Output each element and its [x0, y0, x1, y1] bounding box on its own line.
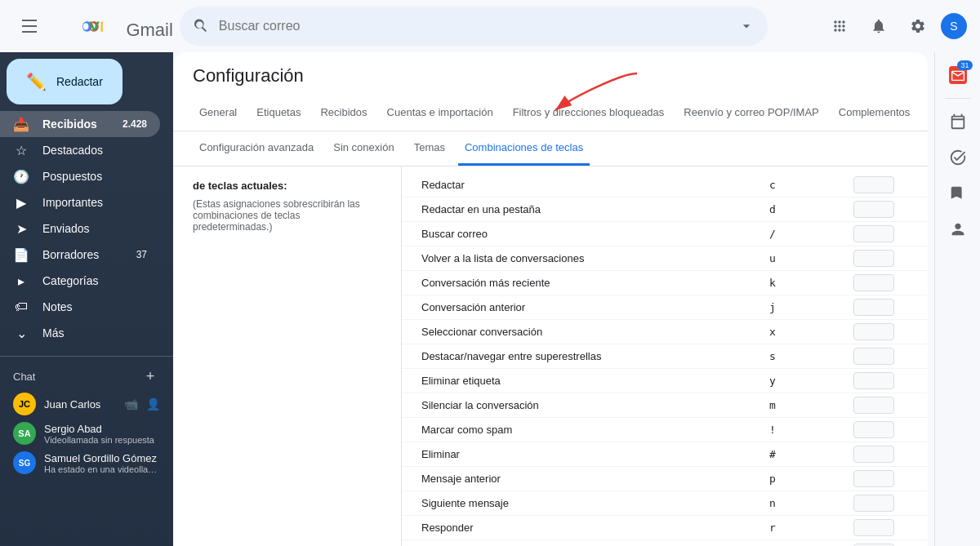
- settings-button[interactable]: [902, 10, 934, 42]
- shortcut-key: n: [760, 491, 844, 516]
- sidebar-item-categorias[interactable]: ▸ Categorías: [0, 268, 160, 294]
- tab-avanzada[interactable]: Configuración avanzada: [193, 131, 320, 166]
- sidebar-item-count: 2.428: [122, 118, 147, 130]
- shortcut-custom-input[interactable]: [844, 320, 928, 344]
- shortcut-custom-input[interactable]: [844, 344, 928, 369]
- shortcut-custom-input[interactable]: [844, 491, 928, 516]
- shortcut-custom-input[interactable]: [844, 173, 928, 198]
- shortcut-custom-field[interactable]: [853, 348, 894, 365]
- shortcut-row: Marcar como spam !: [402, 418, 928, 442]
- search-options-icon[interactable]: [738, 18, 755, 34]
- shortcut-custom-field[interactable]: [853, 274, 894, 291]
- shortcut-custom-field[interactable]: [853, 372, 894, 389]
- video-call-button[interactable]: 📹: [124, 397, 138, 411]
- shortcut-custom-field[interactable]: [853, 470, 894, 487]
- chat-user-samuel[interactable]: SG Samuel Gordillo Gómez Ha estado en un…: [0, 448, 173, 477]
- shortcut-key: #: [760, 442, 844, 467]
- shortcut-custom-input[interactable]: [844, 198, 928, 222]
- label-icon: 🏷: [13, 300, 29, 314]
- shortcut-custom-input[interactable]: [844, 295, 928, 320]
- shortcut-action: Eliminar etiqueta: [402, 369, 760, 393]
- add-person-button[interactable]: 👤: [146, 397, 160, 411]
- shortcut-custom-input[interactable]: [844, 222, 928, 246]
- shortcut-custom-field[interactable]: [853, 225, 894, 242]
- shortcut-custom-field[interactable]: [853, 495, 894, 512]
- add-chat-button[interactable]: +: [140, 366, 160, 386]
- settings-body: de teclas actuales: (Estas asignaciones …: [173, 166, 928, 546]
- sidebar-item-label: Notes: [42, 300, 147, 313]
- notifications-button[interactable]: [862, 10, 895, 42]
- chat-section: Chat + JC Juan Carlos 📹 👤 SA Sergio A: [0, 356, 173, 477]
- search-bar[interactable]: [180, 7, 768, 46]
- shortcut-action: Marcar como spam: [402, 418, 760, 442]
- tab-sin-conexion[interactable]: Sin conexión: [327, 131, 400, 166]
- sidebar-item-borradores[interactable]: 📄 Borradores 37: [0, 242, 160, 268]
- email-badge: 31: [957, 60, 972, 70]
- chat-avatar: JC: [13, 393, 36, 415]
- sidebar-item-notes[interactable]: 🏷 Notes: [0, 294, 160, 320]
- shortcut-custom-input[interactable]: [844, 540, 928, 547]
- chat-user-sergio-abad[interactable]: SA Sergio Abad Videollamada sin respuest…: [0, 419, 173, 448]
- right-panel-keep-icon[interactable]: [942, 177, 974, 210]
- sidebar-item-importantes[interactable]: ▶ Importantes: [0, 189, 160, 215]
- shortcut-custom-field[interactable]: [853, 250, 894, 267]
- chat-avatar: SG: [13, 451, 36, 474]
- sidebar-item-destacados[interactable]: ☆ Destacados: [0, 137, 160, 163]
- tab-recibidos[interactable]: Recibidos: [314, 96, 373, 131]
- shortcut-custom-field[interactable]: [853, 201, 894, 218]
- hamburger-menu-icon[interactable]: [13, 10, 46, 42]
- send-icon: ➤: [13, 221, 29, 237]
- shortcut-custom-field[interactable]: [853, 519, 894, 536]
- tab-chat[interactable]: Chat: [923, 96, 928, 131]
- tab-etiquetas[interactable]: Etiquetas: [250, 96, 307, 131]
- shortcut-custom-input[interactable]: [844, 467, 928, 491]
- settings-title-text: Configuración: [193, 65, 304, 87]
- sidebar-item-count: 37: [136, 249, 147, 260]
- shortcut-key: u: [760, 246, 844, 271]
- shortcut-action: Responder en una ventana nueva: [402, 540, 760, 547]
- tab-complementos[interactable]: Complementos: [832, 96, 916, 131]
- right-panel-calendar-icon[interactable]: [942, 105, 974, 138]
- compose-button[interactable]: ✏️ Redactar: [7, 59, 122, 104]
- shortcut-custom-input[interactable]: [844, 442, 928, 467]
- tab-filtros[interactable]: Filtros y direcciones bloqueadas: [506, 96, 671, 131]
- shortcut-custom-input[interactable]: [844, 516, 928, 540]
- right-panel-gmail-icon[interactable]: 31: [942, 59, 974, 91]
- shortcut-custom-input[interactable]: [844, 369, 928, 393]
- tab-temas[interactable]: Temas: [408, 131, 452, 166]
- chat-user-name: Sergio Abad: [44, 423, 160, 435]
- shortcut-custom-field[interactable]: [853, 421, 894, 438]
- search-input[interactable]: [219, 19, 728, 33]
- sidebar-item-pospuestos[interactable]: 🕐 Pospuestos: [0, 163, 160, 189]
- tab-reenvio[interactable]: Reenvío y correo POP/IMAP: [677, 96, 825, 131]
- shortcut-action: Redactar: [402, 173, 760, 198]
- right-panel-tasks-icon[interactable]: [942, 141, 974, 174]
- shortcut-action: Volver a la lista de conversaciones: [402, 246, 760, 271]
- avatar[interactable]: S: [941, 13, 967, 39]
- shortcut-action: Conversación más reciente: [402, 271, 760, 295]
- shortcut-custom-input[interactable]: [844, 271, 928, 295]
- expand-icon: ▸: [13, 273, 29, 289]
- sidebar-item-enviados[interactable]: ➤ Enviados: [0, 215, 160, 242]
- chat-avatar: SA: [13, 422, 36, 445]
- shortcut-action: Eliminar: [402, 442, 760, 467]
- chat-user-juan-carlos[interactable]: JC Juan Carlos 📹 👤: [0, 389, 173, 419]
- sidebar-item-mas[interactable]: ⌄ Más: [0, 320, 160, 346]
- shortcut-custom-field[interactable]: [853, 446, 894, 463]
- shortcut-custom-field[interactable]: [853, 323, 894, 340]
- shortcut-custom-input[interactable]: [844, 393, 928, 418]
- shortcut-key: m: [760, 393, 844, 418]
- shortcut-custom-field[interactable]: [853, 397, 894, 414]
- shortcut-custom-input[interactable]: [844, 246, 928, 271]
- shortcut-custom-field[interactable]: [853, 176, 894, 193]
- shortcut-action: Conversación anterior: [402, 295, 760, 320]
- sidebar-item-recibidos[interactable]: 📥 Recibidos 2.428: [0, 111, 160, 137]
- right-panel-contacts-icon[interactable]: [942, 213, 974, 246]
- shortcut-key: d: [760, 198, 844, 222]
- tab-cuentas[interactable]: Cuentas e importación: [381, 96, 500, 131]
- shortcut-custom-field[interactable]: [853, 299, 894, 316]
- tab-general[interactable]: General: [193, 96, 243, 131]
- tab-combinaciones[interactable]: Combinaciones de teclas: [458, 131, 590, 166]
- shortcut-custom-input[interactable]: [844, 418, 928, 442]
- apps-button[interactable]: [823, 10, 856, 42]
